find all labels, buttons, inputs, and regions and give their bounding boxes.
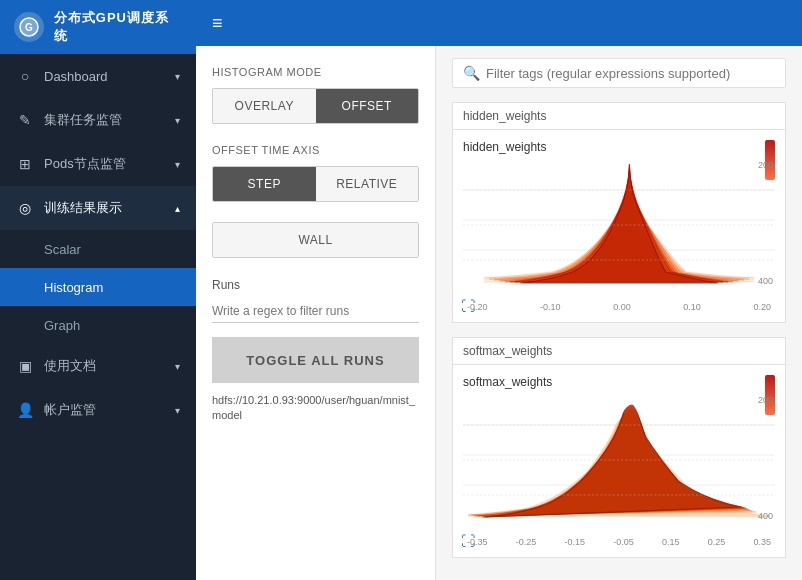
chevron-down-icon: ▾ <box>175 71 180 82</box>
hidden-weights-section-title: hidden_weights <box>452 102 786 129</box>
scalar-label: Scalar <box>44 242 81 257</box>
grid-icon: ⊞ <box>16 156 34 172</box>
overlay-button[interactable]: OVERLAY <box>213 89 316 123</box>
sidebar-item-label: 集群任务监管 <box>44 111 122 129</box>
softmax-weights-section: softmax_weights softmax_weights <box>452 337 786 558</box>
user-icon: 👤 <box>16 402 34 418</box>
wall-button[interactable]: WALL <box>213 223 418 257</box>
runs-filter-input[interactable] <box>212 300 419 323</box>
sidebar-sub-item-histogram[interactable]: Histogram <box>0 268 196 306</box>
main-content: ≡ Histogram mode OVERLAY OFFSET Offset t… <box>196 0 802 580</box>
softmax-weights-chart: 200 400 <box>463 395 775 535</box>
histogram-mode-label: Histogram mode <box>212 66 419 78</box>
expand-icon[interactable]: ⛶ <box>461 533 475 549</box>
expand-icon[interactable]: ⛶ <box>461 298 475 314</box>
histogram-mode-toggle: OVERLAY OFFSET <box>212 88 419 124</box>
hidden-weights-chart: 200 400 <box>463 160 775 300</box>
wall-toggle: WALL <box>212 222 419 258</box>
sidebar: G 分布式GPU调度系统 ○ Dashboard ▾ ✎ 集群任务监管 ▾ ⊞ … <box>0 0 196 580</box>
step-button[interactable]: STEP <box>213 167 316 201</box>
left-panel: Histogram mode OVERLAY OFFSET Offset tim… <box>196 46 436 580</box>
hamburger-menu-icon[interactable]: ≡ <box>212 13 223 34</box>
filter-input[interactable] <box>486 66 775 81</box>
sidebar-item-label: 使用文档 <box>44 357 96 375</box>
chevron-down-icon: ▾ <box>175 405 180 416</box>
sidebar-sub-item-scalar[interactable]: Scalar <box>0 230 196 268</box>
chevron-down-icon: ▾ <box>175 159 180 170</box>
svg-text:G: G <box>25 22 33 33</box>
chevron-down-icon: ▾ <box>175 361 180 372</box>
app-logo: G <box>14 12 44 42</box>
softmax-weights-chart-title: softmax_weights <box>463 375 775 389</box>
dashboard-icon: ○ <box>16 68 34 84</box>
runs-section: Runs TOGGLE ALL RUNS hdfs://10.21.0.93:9… <box>212 278 419 424</box>
offset-button[interactable]: OFFSET <box>316 89 419 123</box>
y-axis-labels: 200 400 <box>758 395 773 521</box>
relative-button[interactable]: RELATIVE <box>316 167 419 201</box>
time-axis-toggle: STEP RELATIVE <box>212 166 419 202</box>
sidebar-item-docs[interactable]: ▣ 使用文档 ▾ <box>0 344 196 388</box>
x-axis-labels: -0.20 -0.10 0.00 0.10 0.20 <box>463 302 775 312</box>
sidebar-item-dashboard[interactable]: ○ Dashboard ▾ <box>0 54 196 98</box>
chevron-up-icon: ▴ <box>175 203 180 214</box>
hidden-weights-chart-title: hidden_weights <box>463 140 775 154</box>
softmax-weights-card: softmax_weights <box>452 364 786 558</box>
sidebar-item-train-results[interactable]: ◎ 训练结果展示 ▴ <box>0 186 196 230</box>
sidebar-item-label: 帐户监管 <box>44 401 96 419</box>
sidebar-header: G 分布式GPU调度系统 <box>0 0 196 54</box>
search-icon: 🔍 <box>463 65 480 81</box>
sidebar-item-account[interactable]: 👤 帐户监管 ▾ <box>0 388 196 432</box>
sidebar-sub-item-graph[interactable]: Graph <box>0 306 196 344</box>
x-axis-labels: -0.35 -0.25 -0.15 -0.05 0.15 0.25 0.35 <box>463 537 775 547</box>
docs-icon: ▣ <box>16 358 34 374</box>
sidebar-item-cluster[interactable]: ✎ 集群任务监管 ▾ <box>0 98 196 142</box>
runs-label: Runs <box>212 278 419 292</box>
topbar: ≡ <box>196 0 802 46</box>
content-area: Histogram mode OVERLAY OFFSET Offset tim… <box>196 46 802 580</box>
right-panel: 🔍 hidden_weights hidden_weights <box>436 46 802 580</box>
hidden-weights-section: hidden_weights hidden_weights <box>452 102 786 323</box>
y-axis-labels: 200 400 <box>758 160 773 286</box>
offset-time-axis-section: Offset time axis STEP RELATIVE WALL <box>212 144 419 258</box>
graph-label: Graph <box>44 318 80 333</box>
sidebar-item-label: Dashboard <box>44 69 108 84</box>
histogram-label: Histogram <box>44 280 103 295</box>
toggle-all-runs-button[interactable]: TOGGLE ALL RUNS <box>212 337 419 383</box>
sidebar-item-pods[interactable]: ⊞ Pods节点监管 ▾ <box>0 142 196 186</box>
softmax-weights-section-title: softmax_weights <box>452 337 786 364</box>
filter-bar: 🔍 <box>452 58 786 88</box>
sidebar-item-label: 训练结果展示 <box>44 199 122 217</box>
sidebar-item-label: Pods节点监管 <box>44 155 126 173</box>
app-title: 分布式GPU调度系统 <box>54 9 182 45</box>
target-icon: ◎ <box>16 200 34 216</box>
hidden-weights-card: hidden_weights <box>452 129 786 323</box>
offset-time-axis-label: Offset time axis <box>212 144 419 156</box>
run-path: hdfs://10.21.0.93:9000/user/hguan/mnist_… <box>212 393 419 424</box>
edit-icon: ✎ <box>16 112 34 128</box>
chevron-down-icon: ▾ <box>175 115 180 126</box>
